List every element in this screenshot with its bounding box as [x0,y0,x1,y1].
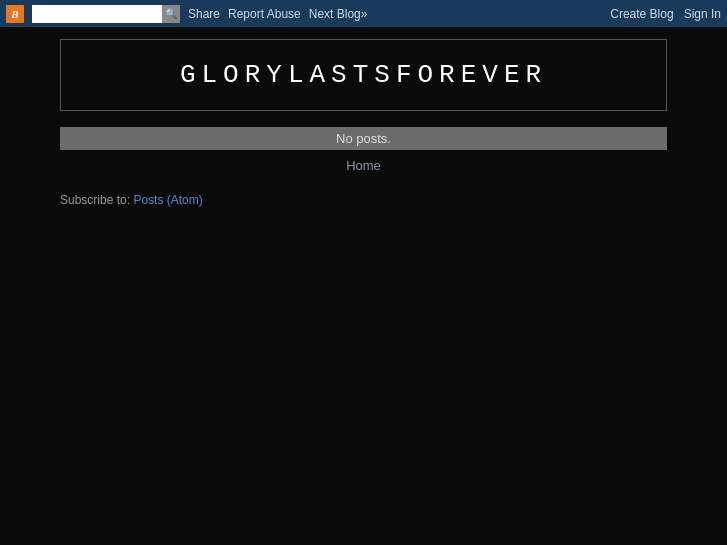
no-posts-bar: No posts. [60,127,667,150]
subscribe-prefix: Subscribe to: [60,193,133,207]
report-abuse-link[interactable]: Report Abuse [228,7,301,21]
home-link[interactable]: Home [60,158,667,173]
subscribe-atom-link[interactable]: Posts (Atom) [133,193,202,207]
blog-title: GLORYLASTSFOREVER [71,60,656,90]
search-form: 🔍 [32,5,180,23]
search-input[interactable] [32,5,162,23]
blogger-logo[interactable]: B [6,5,24,23]
navbar: B 🔍 Share Report Abuse Next Blog» Create… [0,0,727,27]
blogger-logo-letter: B [11,8,18,20]
no-posts-label: No posts. [336,131,391,146]
main-content: GLORYLASTSFOREVER No posts. Home Subscri… [0,27,727,227]
share-link[interactable]: Share [188,7,220,21]
next-blog-link[interactable]: Next Blog» [309,7,368,21]
navbar-right: Create Blog Sign In [610,7,721,21]
blog-title-box: GLORYLASTSFOREVER [60,39,667,111]
subscribe-line: Subscribe to: Posts (Atom) [60,193,667,207]
create-blog-link[interactable]: Create Blog [610,7,673,21]
search-button[interactable]: 🔍 [162,5,180,23]
sign-in-link[interactable]: Sign In [684,7,721,21]
